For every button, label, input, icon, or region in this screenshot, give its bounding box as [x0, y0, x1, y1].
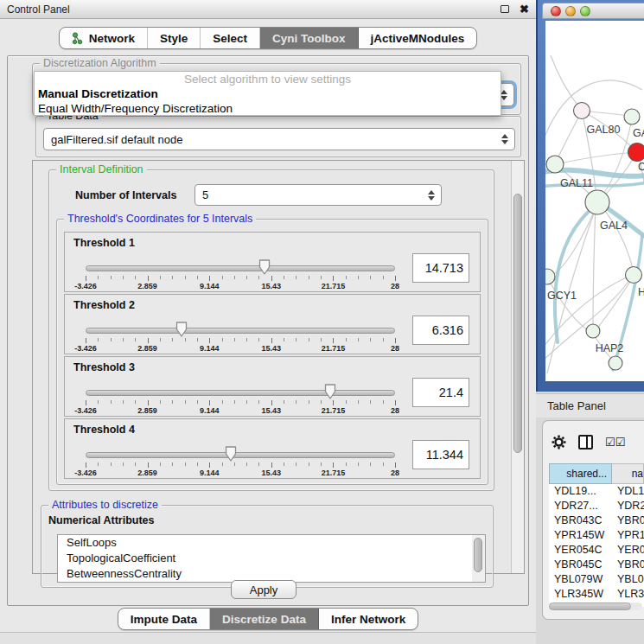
network-node-h[interactable] [626, 267, 642, 284]
thresholds-group-title: Threshold's Coordinates for 5 Intervals [64, 213, 256, 225]
network-edge [556, 111, 582, 163]
slider-tick [309, 276, 309, 279]
slider-tick [234, 276, 235, 279]
slider-tick [197, 276, 198, 279]
cell-shared-name: YBL079W [549, 572, 612, 587]
slider-tick [209, 338, 210, 343]
slider-tick [284, 462, 284, 466]
slider-tick [358, 400, 359, 404]
table-row[interactable]: YDL19...YDL1 [549, 484, 644, 499]
threshold-value-field[interactable]: 6.316 [412, 316, 469, 345]
float-window-icon[interactable] [501, 5, 509, 13]
number-of-intervals-value: 5 [202, 188, 208, 201]
network-node-ga[interactable] [624, 109, 640, 124]
threshold-slider[interactable]: -3.4262.8599.14415.4321.71528 [86, 450, 395, 476]
network-canvas[interactable]: GAL80GACGAL11GAL4GCY1HHAP2 [545, 21, 644, 381]
column-header-name[interactable]: na [612, 463, 644, 484]
column-header-shared[interactable]: shared... [549, 463, 612, 484]
slider-tick [271, 400, 272, 405]
network-node[interactable] [609, 356, 622, 370]
gear-icon[interactable] [552, 435, 566, 450]
threshold-slider[interactable]: -3.4262.8599.14415.4321.71528 [86, 388, 395, 414]
slider-tick [383, 276, 384, 279]
table-row[interactable]: YBR043CYBR0 [549, 513, 644, 528]
slider-thumb[interactable] [225, 445, 238, 466]
checkbox-icon[interactable]: ☑☑ [605, 437, 625, 448]
number-of-intervals-combobox[interactable]: 5 [194, 184, 442, 206]
threshold-slider[interactable]: -3.4262.8599.14415.4321.71528 [86, 326, 395, 352]
slider-track[interactable] [86, 452, 395, 458]
table-row[interactable]: YBR045CYBR0 [549, 558, 644, 572]
network-node-gcy1[interactable] [545, 269, 555, 284]
zoom-traffic-light-icon[interactable] [580, 6, 590, 16]
slider-tick [172, 462, 173, 466]
list-scrollbar-thumb[interactable] [474, 538, 482, 572]
network-node-hap2[interactable] [586, 324, 600, 338]
dropdown-option-equal-width-frequency[interactable]: Equal Width/Frequency Discretization [35, 101, 501, 116]
slider-thumb[interactable] [258, 258, 271, 279]
table-row[interactable]: YER054CYER0 [549, 543, 644, 558]
slider-tick-label: 21.715 [322, 282, 346, 290]
tab-cyni-toolbox[interactable]: Cyni Toolbox [260, 28, 359, 48]
slider-thumb[interactable] [175, 321, 188, 341]
attribute-item-selfloops[interactable]: SelfLoops [58, 535, 485, 551]
minimize-traffic-light-icon[interactable] [565, 6, 576, 16]
tab-impute-data[interactable]: Impute Data [118, 609, 210, 629]
network-node-gal80[interactable] [574, 103, 590, 119]
slider-track[interactable] [86, 265, 395, 271]
dropdown-option-manual-discretization[interactable]: Manual Discretization [35, 86, 501, 101]
slider-tick [333, 462, 334, 468]
slider-tick [321, 338, 322, 341]
slider-tick [271, 462, 272, 468]
network-node-c[interactable] [628, 143, 644, 162]
close-icon[interactable]: ✖ [520, 3, 529, 15]
tab-jactivemnodules[interactable]: jActiveMNodules [359, 28, 477, 48]
slider-tick-label: 28 [391, 282, 399, 290]
close-traffic-light-icon[interactable] [551, 6, 561, 16]
table-horizontal-scrollbar[interactable] [549, 603, 642, 610]
slider-tick [98, 276, 99, 279]
settings-scrollbar-thumb[interactable] [513, 194, 522, 453]
slider-track[interactable] [86, 390, 395, 396]
slider-tick [160, 338, 161, 341]
slider-tick [148, 462, 149, 468]
slider-tick [222, 276, 223, 279]
tab-style[interactable]: Style [148, 28, 201, 48]
threshold-value-field[interactable]: 11.344 [412, 440, 469, 469]
table-row[interactable]: YDR27...YDR2 [549, 499, 644, 513]
slider-tick [185, 462, 186, 466]
table-hscrollbar-thumb[interactable] [549, 603, 631, 610]
tab-select[interactable]: Select [201, 28, 260, 48]
attribute-item-topologicalcoefficient[interactable]: TopologicalCoefficient [58, 551, 485, 566]
bottom-tab-bar: Impute DataDiscretize DataInfer Network [0, 608, 536, 630]
settings-vertical-scrollbar[interactable] [511, 161, 524, 573]
slider-thumb[interactable] [323, 383, 336, 404]
network-node-gal4[interactable] [585, 190, 609, 214]
tab-discretize-data[interactable]: Discretize Data [210, 609, 319, 629]
tab-network[interactable]: Network [60, 28, 148, 48]
threshold-value-field[interactable]: 14.713 [412, 253, 469, 283]
table-data-combobox[interactable]: galFiltered.sif default node [43, 128, 515, 150]
column-layout-icon[interactable] [578, 435, 593, 450]
threshold-slider[interactable]: -3.4262.8599.14415.4321.71528 [86, 264, 395, 290]
threshold-value-field[interactable]: 21.4 [412, 378, 469, 407]
threshold-label: Threshold 3 [73, 361, 135, 373]
table-row[interactable]: YLR345WYLR3 [549, 587, 644, 602]
slider-track[interactable] [86, 328, 395, 334]
tab-infer-network[interactable]: Infer Network [319, 609, 418, 629]
slider-tick [246, 276, 247, 279]
slider-tick [222, 338, 223, 341]
table-body: YDL19...YDL1YDR27...YDR2YBR043CYBR0YPR14… [549, 484, 644, 607]
apply-button[interactable]: Apply [231, 580, 296, 599]
algorithm-dropdown-popup: Select algorithm to view settings Manual… [34, 71, 501, 116]
node-label: HAP2 [596, 342, 624, 354]
slider-tick [284, 338, 284, 341]
network-node-gal11[interactable] [546, 156, 564, 173]
numerical-attributes-list[interactable]: SelfLoopsTopologicalCoefficientBetweenne… [57, 534, 486, 583]
cell-shared-name: YPR145W [549, 528, 612, 543]
cell-name: YDL1 [612, 484, 644, 499]
table-row[interactable]: YPR145WYPR1 [549, 528, 644, 543]
network-edge [593, 204, 596, 328]
slider-tick [383, 400, 384, 404]
table-row[interactable]: YBL079WYBL0 [549, 572, 644, 587]
